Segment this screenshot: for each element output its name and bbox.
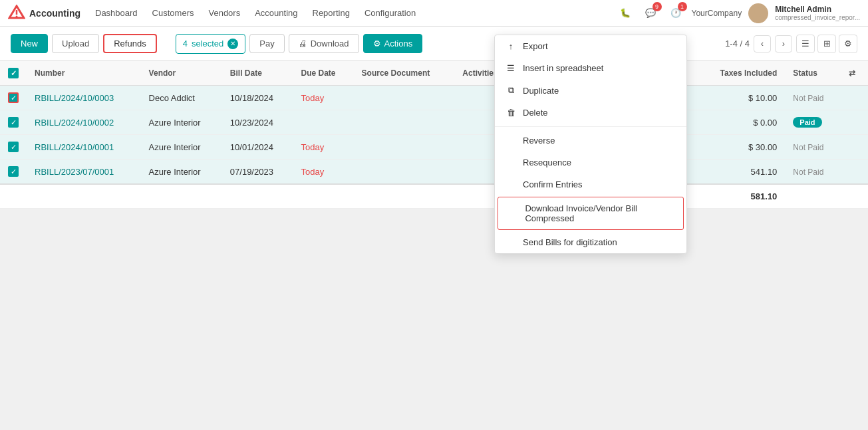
nav-vendors[interactable]: Vendors [202,5,247,21]
row3-checkbox[interactable]: ✓ [8,142,19,152]
dropdown-resequence[interactable]: Resequence [495,152,686,173]
kanban-view-button[interactable]: ⊞ [817,35,836,53]
row2-checkbox[interactable]: ✓ [8,117,19,128]
dropdown-reverse[interactable]: Reverse [495,130,686,152]
row2-taxes-incl: $ 0.00 [698,110,786,135]
col-number: Number [27,61,141,86]
row1-vendor: Deco Addict [141,86,222,110]
actions-button[interactable]: ⚙ Actions [363,34,423,53]
nav-customers[interactable]: Customers [146,5,201,21]
duplicate-icon: ⧉ [506,85,516,96]
row2-status: Paid [785,110,841,135]
dropdown-insert-spreadsheet[interactable]: ☰ Insert in spreadsheet [495,57,686,79]
new-button[interactable]: New [11,34,48,53]
row1-bill-link[interactable]: RBILL/2024/10/0003 [35,93,114,103]
select-all-header[interactable]: ✓ [0,61,27,86]
pay-button[interactable]: Pay [249,34,284,53]
row1-status-badge: Not Paid [793,94,823,103]
refunds-button[interactable]: Refunds [103,34,156,53]
row1-checkbox-cell[interactable]: ✓ [0,86,27,110]
actions-dropdown: ↑ Export ☰ Insert in spreadsheet ⧉ Dupli… [494,35,687,209]
clear-selection-button[interactable]: ✕ [227,39,238,49]
export-icon: ↑ [506,41,516,51]
row2-vendor: Azure Interior [141,110,222,135]
row3-bill-link[interactable]: RBILL/2024/10/0001 [35,142,114,152]
col-settings[interactable]: ⇄ [841,61,868,86]
row4-number[interactable]: RBILL/2023/07/0001 [27,160,141,185]
checkmark-icon: ✓ [11,118,17,127]
col-taxes-incl: Taxes Included [698,61,786,86]
nav-configuration[interactable]: Configuration [358,5,422,21]
activity-button[interactable]: 🕐 1 [666,4,685,23]
col-vendor: Vendor [141,61,222,86]
row1-due-date: Today [293,86,354,110]
table-container: ✓ Number Vendor Bill Date Due Date Sourc… [0,61,868,209]
row1-extra [841,86,868,110]
print-icon: 🖨 [299,39,307,49]
dropdown-export[interactable]: ↑ Export [495,35,686,57]
dropdown-divider [495,126,686,127]
checkmark-icon: ✓ [11,69,17,78]
chat-button[interactable]: 💬 9 [641,4,660,23]
row1-checkbox[interactable]: ✓ [8,92,19,103]
user-avatar[interactable] [748,3,768,23]
row3-today-badge: Today [301,142,325,152]
row3-due-date: Today [293,135,354,160]
row4-today-badge: Today [301,167,325,177]
row1-today-badge: Today [301,93,325,103]
row3-number[interactable]: RBILL/2024/10/0001 [27,135,141,160]
list-view-button[interactable]: ☰ [796,35,815,53]
row4-checkbox-cell[interactable]: ✓ [0,160,27,185]
topnav-menu: Dashboard Customers Vendors Accounting R… [88,5,613,21]
topnav-right: 🐛 💬 9 🕐 1 YourCompany Mitchell Admin com… [616,3,860,23]
dropdown-duplicate[interactable]: ⧉ Duplicate [495,79,686,102]
row2-source [354,110,455,135]
selected-label: selected [192,39,223,49]
dropdown-confirm-entries[interactable]: Confirm Entries [495,173,686,195]
prev-page-button[interactable]: ‹ [754,35,771,53]
view-buttons: ☰ ⊞ ⚙ [796,35,857,53]
nav-reporting[interactable]: Reporting [306,5,357,21]
row1-source [354,86,455,110]
row4-bill-link[interactable]: RBILL/2023/07/0001 [35,167,114,177]
row3-source [354,135,455,160]
row4-bill-date: 07/19/2023 [222,160,293,185]
chat-badge: 9 [652,2,662,11]
col-status: Status [785,61,841,86]
dropdown-delete[interactable]: 🗑 Delete [495,102,686,124]
nav-accounting[interactable]: Accounting [248,5,304,21]
svg-point-3 [754,7,762,15]
row4-taxes-incl: 541.10 [698,160,786,185]
app-logo[interactable]: Accounting [8,5,80,22]
pagination: 1-4 / 4 ‹ › [725,35,792,53]
select-all-checkbox[interactable]: ✓ [8,68,19,78]
svg-point-2 [16,15,18,17]
bills-table: ✓ Number Vendor Bill Date Due Date Sourc… [0,61,868,209]
row1-number[interactable]: RBILL/2024/10/0003 [27,86,141,110]
row4-source [354,160,455,185]
topnav: Accounting Dashboard Customers Vendors A… [0,0,868,27]
row4-due-date: Today [293,160,354,185]
row3-taxes-incl: $ 30.00 [698,135,786,160]
row4-checkbox[interactable]: ✓ [8,166,19,177]
row3-vendor: Azure Interior [141,135,222,160]
settings-view-button[interactable]: ⚙ [839,35,857,53]
total-empty [785,184,868,209]
row3-checkbox-cell[interactable]: ✓ [0,135,27,160]
dropdown-download-compressed[interactable]: Download Invoice/Vendor Bill Compressed [498,197,684,209]
download-button[interactable]: 🖨 Download [289,34,359,53]
col-source: Source Document [354,61,455,86]
row3-bill-date: 10/01/2024 [222,135,293,160]
app-name: Accounting [29,8,80,19]
row1-status: Not Paid [785,86,841,110]
row2-checkbox-cell[interactable]: ✓ [0,110,27,135]
nav-dashboard[interactable]: Dashboard [88,5,144,21]
next-page-button[interactable]: › [775,35,792,53]
row2-bill-link[interactable]: RBILL/2024/10/0002 [35,118,114,128]
user-name: Mitchell Admin [775,5,860,14]
upload-button[interactable]: Upload [52,34,99,53]
row2-number[interactable]: RBILL/2024/10/0002 [27,110,141,135]
trash-icon: 🗑 [506,108,516,118]
row3-status-badge: Not Paid [793,143,823,152]
bug-button[interactable]: 🐛 [616,4,635,23]
